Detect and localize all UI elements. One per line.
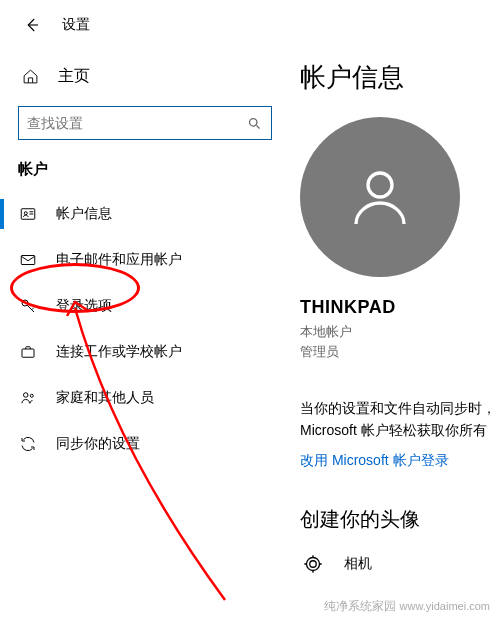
sidebar-item-account-info[interactable]: 帐户信息	[0, 191, 290, 237]
sidebar-item-label: 连接工作或学校帐户	[56, 343, 182, 361]
sidebar-item-signin-options[interactable]: 登录选项	[0, 283, 290, 329]
home-label: 主页	[58, 66, 90, 87]
watermark-cn: 纯净系统家园	[324, 599, 396, 613]
svg-point-10	[310, 561, 317, 568]
home-icon	[22, 68, 40, 85]
watermark: 纯净系统家园 www.yidaimei.com	[324, 598, 490, 615]
sidebar-item-label: 同步你的设置	[56, 435, 140, 453]
people-icon	[18, 389, 38, 407]
sidebar-item-email[interactable]: 电子邮件和应用帐户	[0, 237, 290, 283]
key-icon	[18, 297, 38, 315]
sync-icon	[18, 435, 38, 453]
watermark-url: www.yidaimei.com	[400, 600, 490, 612]
sidebar: 主页 帐户 帐户信息 电子邮件和应用帐户 登录选项	[0, 50, 290, 621]
sidebar-item-label: 家庭和其他人员	[56, 389, 154, 407]
id-card-icon	[18, 205, 38, 223]
account-type: 本地帐户	[300, 322, 500, 342]
home-nav-item[interactable]: 主页	[0, 56, 290, 96]
search-icon	[247, 116, 263, 131]
back-arrow-icon	[23, 16, 41, 34]
username: THINKPAD	[300, 297, 500, 318]
mail-icon	[18, 251, 38, 269]
svg-point-6	[24, 393, 29, 398]
sync-description-line2: Microsoft 帐户轻松获取你所有	[300, 419, 500, 441]
svg-rect-5	[22, 349, 34, 357]
window-title: 设置	[62, 16, 90, 34]
svg-point-4	[22, 300, 28, 306]
sync-description-line1: 当你的设置和文件自动同步时，	[300, 397, 500, 419]
sidebar-item-label: 登录选项	[56, 297, 112, 315]
main-content: 帐户信息 THINKPAD 本地帐户 管理员 当你的设置和文件自动同步时， Mi…	[290, 50, 500, 621]
svg-point-2	[24, 212, 27, 215]
briefcase-icon	[18, 343, 38, 361]
sidebar-section-header: 帐户	[0, 160, 290, 179]
back-button[interactable]	[22, 15, 42, 35]
svg-point-8	[368, 173, 392, 197]
search-input[interactable]	[27, 115, 247, 131]
svg-point-9	[307, 557, 320, 570]
camera-icon	[300, 551, 328, 577]
sidebar-item-label: 电子邮件和应用帐户	[56, 251, 182, 269]
account-role: 管理员	[300, 342, 500, 362]
search-box[interactable]	[18, 106, 272, 140]
camera-label: 相机	[344, 555, 372, 573]
sidebar-item-family[interactable]: 家庭和其他人员	[0, 375, 290, 421]
camera-option[interactable]: 相机	[300, 551, 500, 577]
sidebar-item-sync[interactable]: 同步你的设置	[0, 421, 290, 467]
sidebar-item-work-school[interactable]: 连接工作或学校帐户	[0, 329, 290, 375]
page-title: 帐户信息	[300, 60, 500, 95]
svg-point-7	[30, 394, 33, 397]
avatar	[300, 117, 460, 277]
switch-account-link[interactable]: 改用 Microsoft 帐户登录	[300, 452, 449, 470]
create-avatar-title: 创建你的头像	[300, 506, 500, 533]
svg-rect-3	[21, 256, 35, 265]
sidebar-item-label: 帐户信息	[56, 205, 112, 223]
user-icon	[344, 161, 416, 233]
svg-point-0	[250, 118, 258, 126]
